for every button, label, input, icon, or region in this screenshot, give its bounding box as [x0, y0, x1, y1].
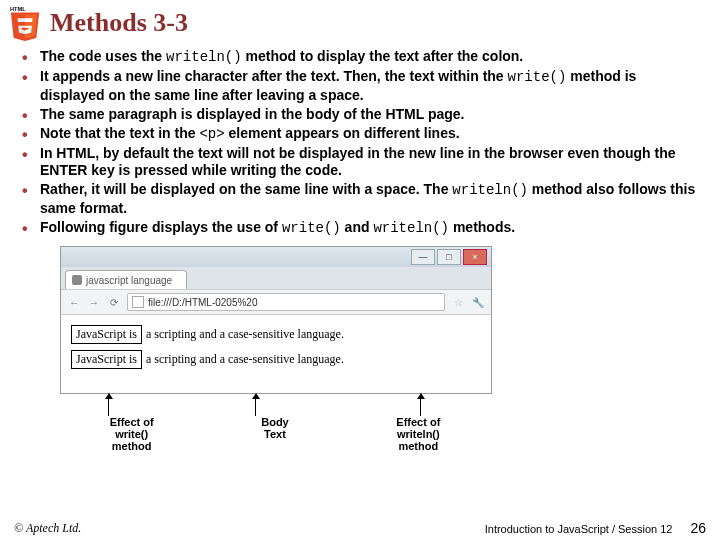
- file-icon: [132, 296, 144, 308]
- arrow-icon: [108, 394, 109, 416]
- wrench-icon: 🔧: [471, 295, 485, 309]
- bullet-item: The same paragraph is displayed in the b…: [22, 106, 698, 124]
- slide-footer: © Aptech Ltd. Introduction to JavaScript…: [0, 520, 720, 536]
- bullet-item: Note that the text in the <p> element ap…: [22, 125, 698, 144]
- favicon-icon: [72, 275, 82, 285]
- bullet-item: In HTML, by default the text will not be…: [22, 145, 698, 181]
- callout-labels: Effect of write() method Body Text Effec…: [60, 416, 490, 452]
- html5-logo-icon: HTML: [8, 4, 42, 42]
- content-area: The code uses the writeln() method to di…: [0, 44, 720, 452]
- label-writeln: Effect of writeln() method: [347, 416, 490, 452]
- browser-tabstrip: javascript language: [61, 267, 491, 289]
- line-rest: a scripting and a case-sensitive languag…: [146, 327, 344, 342]
- svg-text:HTML: HTML: [10, 6, 26, 12]
- output-line-1: JavaScript is a scripting and a case-sen…: [71, 325, 481, 344]
- tab-title: javascript language: [86, 275, 172, 286]
- maximize-icon: □: [437, 249, 461, 265]
- browser-titlebar: — □ ×: [61, 247, 491, 267]
- arrow-icon: [255, 394, 256, 416]
- label-body: Body Text: [203, 416, 346, 452]
- callout-arrows: [60, 394, 490, 416]
- forward-icon: →: [87, 295, 101, 309]
- boxed-text: JavaScript is: [71, 325, 142, 344]
- bullet-item: Following figure displays the use of wri…: [22, 219, 698, 238]
- bookmark-icon: ☆: [451, 295, 465, 309]
- address-bar: file:///D:/HTML-0205%20: [127, 293, 445, 311]
- close-icon: ×: [463, 249, 487, 265]
- arrow-icon: [420, 394, 421, 416]
- browser-window: — □ × javascript language ← → ⟳ file:///…: [60, 246, 492, 394]
- minimize-icon: —: [411, 249, 435, 265]
- browser-toolbar: ← → ⟳ file:///D:/HTML-0205%20 ☆ 🔧: [61, 289, 491, 315]
- boxed-text: JavaScript is: [71, 350, 142, 369]
- reload-icon: ⟳: [107, 295, 121, 309]
- figure: — □ × javascript language ← → ⟳ file:///…: [60, 246, 495, 452]
- bullet-list: The code uses the writeln() method to di…: [22, 48, 698, 238]
- session-info: Introduction to JavaScript / Session 12: [485, 523, 673, 535]
- bullet-item: Rather, it will be displayed on the same…: [22, 181, 698, 218]
- label-write: Effect of write() method: [60, 416, 203, 452]
- url-text: file:///D:/HTML-0205%20: [148, 297, 258, 308]
- browser-viewport: JavaScript is a scripting and a case-sen…: [61, 315, 491, 393]
- slide-title: Methods 3-3: [50, 8, 188, 38]
- output-line-2: JavaScript is a scripting and a case-sen…: [71, 350, 481, 369]
- slide-header: HTML Methods 3-3: [0, 0, 720, 44]
- line-rest: a scripting and a case-sensitive languag…: [146, 352, 344, 367]
- back-icon: ←: [67, 295, 81, 309]
- bullet-item: The code uses the writeln() method to di…: [22, 48, 698, 67]
- copyright: © Aptech Ltd.: [14, 521, 81, 536]
- bullet-item: It appends a new line character after th…: [22, 68, 698, 105]
- browser-tab: javascript language: [65, 270, 187, 289]
- page-number: 26: [690, 520, 706, 536]
